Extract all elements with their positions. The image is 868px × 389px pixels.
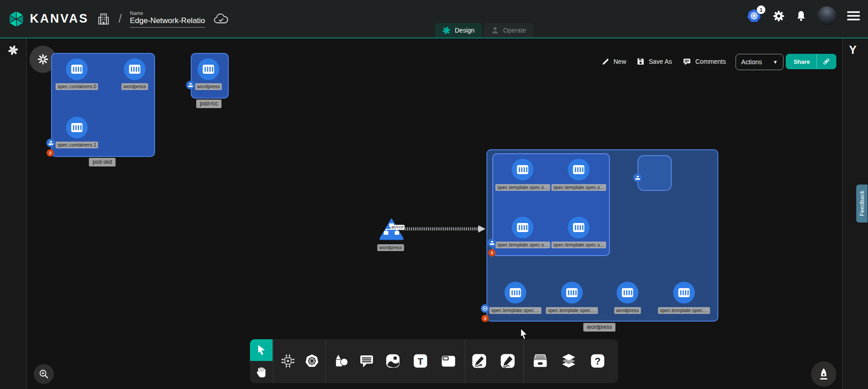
header-accent-line	[0, 38, 868, 38]
group-connection-icon[interactable]	[481, 304, 490, 313]
caret-down-icon[interactable]: ▼	[768, 59, 783, 65]
layers-icon	[561, 353, 577, 369]
kubernetes-context-button[interactable]: 1	[746, 8, 762, 24]
node-label: spec.template.spec.s...	[495, 242, 550, 248]
mouse-cursor	[519, 327, 529, 340]
notifications-bell-icon[interactable]	[796, 10, 807, 22]
container-icon	[70, 121, 84, 134]
pen-nib-button[interactable]	[811, 361, 836, 387]
tool-pen[interactable]	[469, 351, 489, 371]
node-label: spec.template.spec....	[658, 307, 710, 314]
node-spec[interactable]	[637, 155, 672, 191]
group-label-wordpress: wordpress	[583, 323, 615, 332]
node-inner-container-1[interactable]	[512, 159, 533, 180]
edge-port-label: 80/TCP	[391, 225, 405, 230]
kubernetes-count-badge: 1	[757, 5, 765, 14]
tool-layers[interactable]	[559, 351, 579, 371]
tool-pencil[interactable]	[498, 351, 518, 371]
tool-components[interactable]	[278, 351, 298, 371]
new-button[interactable]: New	[602, 54, 626, 69]
hand-icon	[255, 366, 267, 378]
tool-note[interactable]	[439, 351, 458, 371]
node-spec-containers-1[interactable]	[66, 117, 88, 138]
node-label: spec.template.spec....	[490, 307, 542, 314]
cloud-saved-icon	[213, 12, 229, 26]
error-badge[interactable]: 3	[481, 315, 489, 322]
error-badge[interactable]: 3	[488, 249, 495, 256]
toolbar-divider	[465, 339, 465, 383]
group-connection-icon[interactable]	[488, 239, 496, 247]
edge-service-to-deployment[interactable]	[397, 224, 487, 234]
svg-text:T: T	[418, 356, 424, 366]
error-badge[interactable]: 2	[47, 149, 54, 157]
tab-operate[interactable]: Operate	[484, 23, 533, 38]
node-label: spec.containers.1	[56, 142, 98, 148]
y-shortcut-icon[interactable]: Y	[849, 43, 857, 57]
save-as-button[interactable]: Save As	[637, 54, 672, 69]
container-icon	[516, 163, 529, 176]
share-button[interactable]: Share	[786, 54, 836, 69]
hamburger-menu-icon[interactable]	[847, 11, 860, 21]
group-label-pod-skd: pod-skd	[89, 158, 116, 166]
shapes-icon	[333, 353, 349, 369]
sitemap-icon	[635, 175, 640, 180]
canvas-toolbar: T	[250, 339, 618, 383]
brand-name: KANVAS	[30, 12, 89, 26]
sphere-icon	[482, 306, 488, 312]
design-name-value[interactable]: Edge-Network-Relatio	[130, 16, 205, 28]
node-label: wordpress	[614, 307, 641, 314]
node-wordpress-container[interactable]	[198, 58, 219, 80]
meshery-swirl-icon[interactable]	[8, 45, 19, 56]
asterisk-wheel-icon	[37, 53, 49, 66]
toolbar-divider	[273, 339, 274, 383]
toolbar-divider	[326, 339, 326, 383]
group-connection-icon[interactable]	[47, 139, 55, 147]
node-inner-container-3[interactable]	[512, 217, 533, 238]
group-spec-template-spec[interactable]	[492, 153, 610, 256]
tool-kubernetes[interactable]	[302, 351, 322, 371]
comments-button[interactable]: Comments	[683, 54, 726, 69]
app-header: KANVAS / Name Edge-Network-Relatio	[0, 0, 868, 38]
pen-nib-icon	[817, 367, 830, 381]
container-icon	[202, 62, 215, 76]
image-icon	[385, 353, 401, 369]
tool-help[interactable]: ?	[588, 351, 608, 371]
zoom-button[interactable]	[34, 364, 54, 384]
tab-design[interactable]: Design	[435, 23, 482, 38]
actions-dropdown-button[interactable]: Actions ▼	[736, 54, 783, 70]
node-wordpress-container[interactable]	[124, 58, 146, 80]
node-inner-container-2[interactable]	[568, 159, 590, 180]
toolbar-divider	[524, 339, 524, 383]
design-name-field[interactable]: Name Edge-Network-Relatio	[130, 10, 205, 28]
tool-select-cursor[interactable]	[250, 339, 273, 361]
node-inner-container-4[interactable]	[568, 217, 590, 238]
node-bottom-container-3[interactable]	[617, 282, 638, 304]
share-label: Share	[786, 58, 810, 65]
settings-gear-icon[interactable]	[773, 10, 785, 22]
container-icon	[677, 286, 691, 299]
copy-link-button[interactable]	[817, 57, 836, 66]
tool-text[interactable]: T	[410, 351, 430, 371]
cursor-arrow-icon	[256, 344, 267, 356]
workspace-building-icon[interactable]	[97, 12, 110, 26]
node-spec-containers-0[interactable]	[66, 58, 88, 80]
tool-shapes[interactable]	[331, 351, 351, 371]
user-avatar[interactable]	[817, 6, 836, 25]
tool-image[interactable]	[383, 351, 403, 371]
node-bottom-container-4[interactable]	[673, 282, 695, 304]
node-bottom-container-2[interactable]	[561, 282, 583, 304]
group-connection-icon[interactable]	[186, 81, 195, 90]
feedback-tab[interactable]: Feedback	[856, 185, 868, 223]
container-icon	[509, 286, 522, 299]
design-swirl-icon	[442, 26, 451, 35]
tool-comment[interactable]	[357, 351, 377, 371]
node-bottom-container-1[interactable]	[505, 282, 526, 304]
group-connection-icon[interactable]	[633, 174, 642, 182]
tool-drawer[interactable]	[530, 351, 550, 371]
node-label: spec.template.spec.s...	[495, 184, 550, 191]
text-icon: T	[413, 353, 428, 369]
actions-label: Actions	[736, 58, 762, 66]
kanvas-logo[interactable]: KANVAS	[7, 10, 89, 28]
node-label: wordpress	[122, 83, 148, 90]
tool-pan-hand[interactable]	[250, 361, 273, 383]
